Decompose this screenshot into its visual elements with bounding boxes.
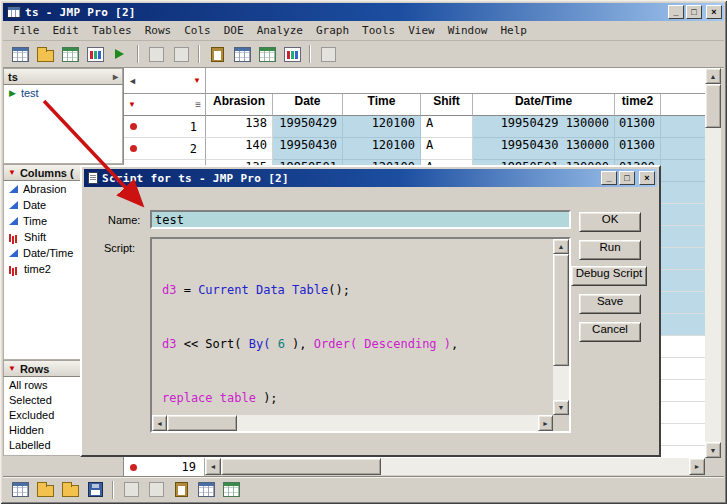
red-triangle-icon[interactable]: ▼ [193,77,201,85]
column-item-label[interactable]: time2 [24,263,51,275]
script-vscroll-thumb[interactable] [553,254,569,366]
cell-datetime[interactable]: 19950429 130000 [473,116,615,138]
close-button[interactable]: × [706,5,722,19]
data-grid-icon[interactable] [58,43,82,65]
cell-shift[interactable]: A [421,116,473,138]
title-bar[interactable]: ts - JMP Pro [2] _ □ × [3,3,724,21]
column-header-abrasion[interactable]: Abrasion [206,94,273,116]
menu-help[interactable]: Help [495,22,532,39]
open-data-table-icon[interactable] [33,43,57,65]
cell-filler[interactable] [661,138,705,160]
cell-date[interactable]: 19950430 [273,138,343,160]
rowstate-header[interactable]: ▼ ≡ [124,94,206,116]
script-hscroll-thumb[interactable] [167,415,237,431]
vertical-scrollbar-thumb[interactable] [705,84,721,128]
table-row-19[interactable]: 19 [123,458,205,476]
chart-icon[interactable] [83,43,107,65]
copy-icon[interactable] [144,479,168,501]
rowstate-cell[interactable]: 1 [124,116,206,138]
script-editor[interactable]: d3 = Current Data Table(); d3 << Sort( B… [150,237,571,433]
new-rows-icon[interactable] [230,43,254,65]
script-item-label[interactable]: test [21,87,39,99]
menu-edit[interactable]: Edit [48,22,85,39]
menu-doe[interactable]: DOE [219,22,249,39]
cut-icon[interactable] [144,43,168,65]
script-horizontal-scrollbar[interactable]: ◄ ► [152,415,553,431]
red-triangle-icon[interactable]: ▼ [128,101,136,109]
menu-tools[interactable]: Tools [357,22,400,39]
cell-time2[interactable]: 01300 [615,116,661,138]
scroll-down-icon[interactable]: ▼ [553,400,569,415]
save-button[interactable]: Save [579,294,641,314]
minimize-button[interactable]: _ [668,5,684,19]
copy-icon[interactable] [169,43,193,65]
dialog-minimize-button[interactable]: _ [601,171,617,185]
menu-analyze[interactable]: Analyze [252,22,308,39]
row-number[interactable]: 19 [182,460,196,474]
cell-shift[interactable]: A [421,138,473,160]
horizontal-scrollbar-thumb[interactable] [221,458,381,475]
column-header-date[interactable]: Date [273,94,343,116]
grid-corner[interactable]: ◄ ▼ [124,68,206,93]
column-item-label[interactable]: Date/Time [23,247,73,259]
menu-graph[interactable]: Graph [311,22,354,39]
scroll-right-icon[interactable]: ► [538,415,553,431]
run-button[interactable]: Run [579,240,641,260]
column-item-label[interactable]: Time [23,215,47,227]
rowstate-cell[interactable]: 2 [124,138,206,160]
ok-button[interactable]: OK [579,212,641,232]
script-code[interactable]: d3 = Current Data Table(); d3 << Sort( B… [154,241,551,413]
red-triangle-icon[interactable]: ▼ [8,169,16,177]
red-triangle-icon[interactable]: ▼ [8,365,16,373]
dialog-close-button[interactable]: × [639,171,655,185]
scroll-left-icon[interactable]: ◄ [205,458,221,475]
scroll-up-icon[interactable]: ▲ [705,68,721,84]
cancel-button[interactable]: Cancel [579,322,641,342]
scroll-down-icon[interactable]: ▼ [705,442,721,458]
cell-filler[interactable] [661,116,705,138]
column-header-time[interactable]: Time [343,94,421,116]
scroll-right-icon[interactable]: ► [689,458,705,475]
script-window-icon[interactable] [219,479,243,501]
cell-abrasion[interactable]: 138 [206,116,273,138]
maximize-button[interactable]: □ [686,5,702,19]
table-panel-header[interactable]: ts ▸ [3,68,123,85]
cell-datetime[interactable]: 19950430 130000 [473,138,615,160]
menu-window[interactable]: Window [443,22,493,39]
name-input[interactable] [150,210,571,229]
menu-rows[interactable]: Rows [140,22,177,39]
column-header-shift[interactable]: Shift [421,94,473,116]
column-item-label[interactable]: Shift [24,231,46,243]
menu-view[interactable]: View [403,22,440,39]
debug-script-button[interactable]: Debug Script [571,266,647,286]
open-journal-icon[interactable] [58,479,82,501]
help-tool-icon[interactable] [316,43,340,65]
scroll-left-icon[interactable]: ◄ [152,415,167,431]
journal-icon[interactable] [280,43,304,65]
new-data-table-icon[interactable] [8,43,32,65]
dock-arrow-icon[interactable]: ▸ [113,71,118,82]
column-header-time2[interactable]: time2 [615,94,661,116]
paste-icon[interactable] [169,479,193,501]
menu-file[interactable]: File [8,22,45,39]
run-script-play-icon[interactable]: ▶ [9,88,16,98]
collapse-left-icon[interactable]: ◄ [128,76,137,86]
menu-cols[interactable]: Cols [179,22,216,39]
table-row[interactable]: 2 140 19950430 120100 A 19950430 130000 … [124,138,705,160]
cell-abrasion[interactable]: 140 [206,138,273,160]
script-item-test[interactable]: ▶ test [4,85,122,101]
horizontal-scrollbar[interactable]: ◄ ► [205,458,705,475]
cell-time2[interactable]: 01300 [615,138,661,160]
cell-filler[interactable] [661,160,705,182]
scroll-up-icon[interactable]: ▲ [553,239,569,254]
cut-icon[interactable] [119,479,143,501]
vertical-scrollbar[interactable]: ▲ ▼ [705,68,721,458]
row-number[interactable]: 1 [190,120,197,134]
data-table-icon[interactable] [194,479,218,501]
split-table-icon[interactable] [255,43,279,65]
column-header-datetime[interactable]: Date/Time [473,94,615,116]
paste-icon[interactable] [205,43,229,65]
cell-time[interactable]: 120100 [343,116,421,138]
column-item-label[interactable]: Abrasion [23,183,66,195]
cell-date[interactable]: 19950429 [273,116,343,138]
